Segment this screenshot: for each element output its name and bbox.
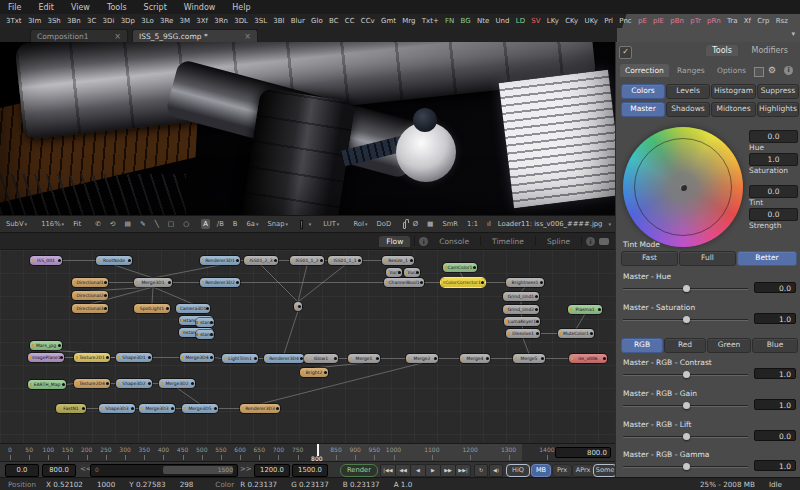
rgb-gain-value[interactable]: 1.0 xyxy=(754,399,796,410)
buffer-ab-button[interactable]: /B xyxy=(215,219,226,229)
tool-shortcut-3bl[interactable]: 3Bl xyxy=(273,17,284,25)
audio-mute-button[interactable]: ◀) xyxy=(489,464,503,477)
flow-node-Brightness1[interactable]: Brightness1 xyxy=(506,278,544,287)
tool-shortcut-xf[interactable]: Xf xyxy=(744,17,751,25)
flow-node-Texture2D1[interactable]: Texture2D1 xyxy=(74,353,110,362)
play-reverse-button[interactable]: ◀ xyxy=(410,464,426,477)
tab-modifiers[interactable]: Modifiers xyxy=(745,45,794,56)
flow-node-RootNode[interactable]: RootNode xyxy=(96,256,132,265)
current-frame-field[interactable]: 800.0 xyxy=(555,447,611,458)
menu-edit[interactable]: Edit xyxy=(38,3,54,12)
lock-icon[interactable] xyxy=(403,222,405,229)
hue-field[interactable]: 0.0 xyxy=(749,130,798,143)
flow-node-Merge3D4[interactable]: Merge3D4 xyxy=(180,353,214,362)
chevron-down-icon[interactable]: ▾ xyxy=(791,30,795,38)
tab-console[interactable]: Console xyxy=(432,236,476,247)
tool-shortcut-gmt[interactable]: Gmt xyxy=(381,17,396,25)
tool-shortcut-3dp[interactable]: 3Dp xyxy=(121,17,135,25)
menu-view[interactable]: View xyxy=(71,3,90,12)
tool-shortcut-bc[interactable]: BC xyxy=(329,17,339,25)
chevron-down-icon[interactable]: ▾ xyxy=(608,221,611,227)
render-end-field[interactable]: 1500.0 xyxy=(292,464,328,477)
global-start-field[interactable]: 0.0 xyxy=(5,464,39,477)
tool-shortcut-ld[interactable]: LD xyxy=(516,17,525,25)
saturation-field[interactable]: 1.0 xyxy=(749,153,798,166)
play-button[interactable]: ▶ xyxy=(425,464,441,477)
flow-node-Mars_jpg[interactable]: Mars_jpg xyxy=(30,341,62,350)
flow-node-FastN1[interactable]: FastN1 xyxy=(56,404,86,413)
menu-file[interactable]: File xyxy=(8,3,21,12)
flow-node-Renderer3D3[interactable]: Renderer3D3 xyxy=(240,404,280,413)
rotate-icon[interactable]: ⟲ xyxy=(108,219,118,229)
flow-node-Blur1[interactable]: Blur1 xyxy=(386,268,402,277)
flow-graph[interactable]: ISS_001RootNodeDirectional1Directional2D… xyxy=(0,249,615,444)
tool-shortcut-pie[interactable]: pIE xyxy=(653,17,664,25)
tool-shortcut-blur[interactable]: Blur xyxy=(291,17,305,25)
close-icon[interactable]: × xyxy=(244,32,251,41)
button-full[interactable]: Full xyxy=(679,251,736,266)
tool-shortcut-3bn[interactable]: 3Bn xyxy=(67,17,81,25)
info-icon[interactable]: i xyxy=(784,66,793,75)
tool-shortcut-pbn[interactable]: pBn xyxy=(670,17,684,25)
info-icon[interactable]: i xyxy=(586,237,595,246)
quality-some-button[interactable]: Some xyxy=(593,464,617,477)
flow-node-Glow1[interactable]: Glow1 xyxy=(304,354,338,363)
flow-node-Instance1[interactable]: Instance1 xyxy=(196,318,214,327)
button-highlights[interactable]: Highlights xyxy=(757,102,799,117)
tool-shortcut-3m[interactable]: 3M xyxy=(180,17,191,25)
tool-shortcut-cc[interactable]: CC xyxy=(345,17,355,25)
jump-end-button[interactable]: ▶▶| xyxy=(455,464,471,477)
tint-field[interactable]: 0.0 xyxy=(749,185,798,198)
line-icon[interactable]: ╲ xyxy=(153,219,161,229)
quality-hiq-button[interactable]: HiQ xyxy=(506,464,530,477)
tool-shortcut-3sh[interactable]: 3Sh xyxy=(47,17,60,25)
flow-node-Camera3D1[interactable]: Camera3D1 xyxy=(176,304,210,313)
rect-icon[interactable]: □ xyxy=(166,219,176,229)
tab-spline[interactable]: Spline xyxy=(540,236,577,247)
color-wheel[interactable] xyxy=(623,127,743,247)
master-saturation-value[interactable]: 1.0 xyxy=(754,313,796,324)
flow-node-Merge3D5[interactable]: Merge3D5 xyxy=(182,404,218,413)
flow-node-iss_v006[interactable]: iss_v006 xyxy=(569,354,607,363)
flow-node-Grind_Und1[interactable]: Grind_Und1 xyxy=(503,292,539,301)
button-colors[interactable]: Colors xyxy=(621,84,665,99)
ellipse-icon[interactable]: ○ xyxy=(181,219,191,229)
tool-shortcut-tra[interactable]: Tra xyxy=(727,17,737,25)
flow-node-Directional1[interactable]: Directional1 xyxy=(72,278,108,287)
tool-shortcut-pnc[interactable]: Pnc xyxy=(619,17,631,25)
tool-shortcut-3re[interactable]: 3Re xyxy=(160,17,173,25)
render-start-field[interactable]: 1200.0 xyxy=(254,464,290,477)
pixel-ratio-button[interactable]: 1:1 xyxy=(465,219,480,229)
tool-shortcut-crp[interactable]: Crp xyxy=(757,17,769,25)
flow-node-Shape3D2[interactable]: Shape3D2 xyxy=(116,379,152,388)
flow-node-Shape3D1[interactable]: Shape3D1 xyxy=(116,353,152,362)
button-shadows[interactable]: Shadows xyxy=(666,102,710,117)
flow-node-Texture2D4[interactable]: Texture2D4 xyxy=(74,379,110,388)
flow-node-Resize_1[interactable]: Resize_1 xyxy=(382,256,414,265)
menu-script[interactable]: Script xyxy=(144,3,167,12)
step-back-fast-button[interactable]: ◀◀ xyxy=(395,464,411,477)
tool-shortcut-glo[interactable]: Glo xyxy=(311,17,323,25)
subview-button[interactable]: SubV▾ xyxy=(4,219,29,229)
tool-shortcut-txt+[interactable]: Txt+ xyxy=(422,17,439,25)
tool-shortcut-lky[interactable]: LKy xyxy=(547,17,559,25)
button-suppress[interactable]: Suppress xyxy=(757,84,799,99)
quality-mb-button[interactable]: MB xyxy=(531,464,551,477)
tool-shortcut-3sl[interactable]: 3SL xyxy=(254,17,267,25)
tool-shortcut-3txt[interactable]: 3Txt xyxy=(6,17,22,25)
button-master[interactable]: Master xyxy=(621,102,665,117)
flow-node-Blur2[interactable]: Blur2 xyxy=(404,268,420,277)
rgb-gain-slider[interactable] xyxy=(623,400,748,410)
buffer-a-button[interactable]: A xyxy=(201,219,210,229)
rgb-lift-value[interactable]: 0.0 xyxy=(754,430,796,441)
flow-node-ChannelBool1[interactable]: ChannelBool1 xyxy=(384,278,424,287)
button-green[interactable]: Green xyxy=(707,338,751,353)
tool-shortcut-3di[interactable]: 3Di xyxy=(103,17,115,25)
tool-shortcut-3c[interactable]: 3C xyxy=(87,17,96,25)
zoom-level-button[interactable]: 116%▾ xyxy=(39,219,66,229)
tool-shortcut-mrg[interactable]: Mrg xyxy=(402,17,415,25)
button-midtones[interactable]: Midtones xyxy=(711,102,756,117)
tab-ranges[interactable]: Ranges xyxy=(672,64,710,77)
menu-help[interactable]: Help xyxy=(232,3,250,12)
flow-node-Renderer3D1[interactable]: Renderer3D1 xyxy=(200,256,240,265)
